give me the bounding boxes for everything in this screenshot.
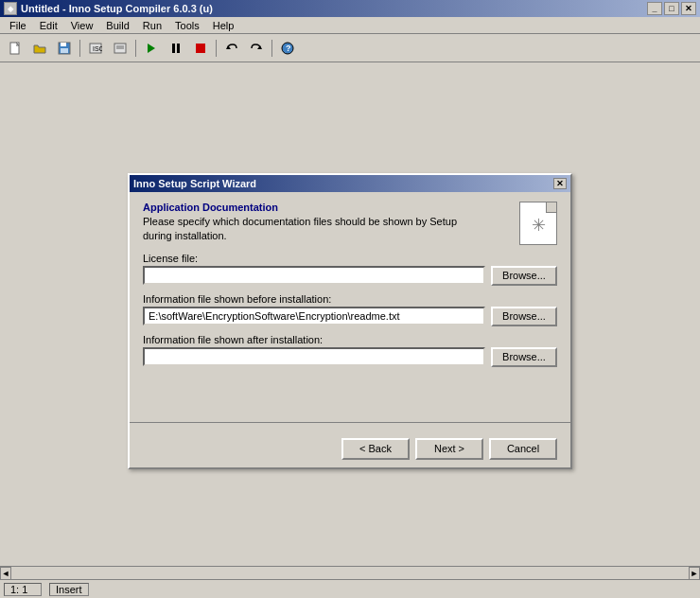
before-input[interactable] — [143, 307, 485, 325]
section-subtitle: Please specify which documentation files… — [143, 215, 464, 244]
scroll-right-button[interactable]: ► — [689, 567, 700, 580]
menu-build[interactable]: Build — [100, 19, 134, 32]
menu-run[interactable]: Run — [137, 19, 167, 32]
svg-rect-3 — [61, 48, 68, 53]
status-bar: 1: 1 Insert — [0, 579, 700, 598]
toolbar-undo[interactable] — [220, 38, 243, 59]
app-icon: ◈ — [4, 2, 17, 15]
svg-rect-2 — [61, 43, 66, 46]
main-area: Inno Setup Script Wizard ✕ Application D… — [0, 62, 700, 579]
window-controls[interactable]: _ □ ✕ — [647, 2, 696, 15]
next-button[interactable]: Next > — [415, 438, 483, 460]
toolbar-run[interactable] — [140, 38, 163, 59]
section-header: Application Documentation Please specify… — [143, 202, 557, 245]
spacer — [143, 375, 557, 413]
after-row: Browse... — [143, 347, 557, 367]
license-row: Browse... — [143, 266, 557, 286]
toolbar-help[interactable]: ? — [276, 38, 299, 59]
dialog-close-button[interactable]: ✕ — [553, 178, 567, 189]
dialog-title: Inno Setup Script Wizard — [133, 178, 256, 189]
svg-text:ISC: ISC — [93, 45, 102, 52]
window-title: Untitled - Inno Setup Compiler 6.0.3 (u) — [21, 3, 213, 14]
before-label: Information file shown before installati… — [143, 293, 557, 305]
license-label: License file: — [143, 253, 557, 264]
toolbar-sep-2 — [135, 40, 136, 57]
dialog-title-bar: Inno Setup Script Wizard ✕ — [130, 175, 570, 192]
svg-marker-9 — [148, 44, 155, 53]
before-field-group: Information file shown before installati… — [143, 293, 557, 326]
license-field-group: License file: Browse... — [143, 253, 557, 286]
status-position: 1: 1 — [4, 583, 42, 596]
star-icon: ✳ — [532, 215, 546, 236]
before-row: Browse... — [143, 307, 557, 326]
license-browse-button[interactable]: Browse... — [491, 266, 557, 286]
toolbar-new[interactable] — [4, 38, 26, 59]
svg-rect-10 — [172, 44, 175, 53]
toolbar-save[interactable] — [53, 38, 76, 59]
horizontal-scrollbar[interactable] — [11, 567, 689, 580]
dialog-content: Application Documentation Please specify… — [130, 192, 570, 431]
before-browse-button[interactable]: Browse... — [491, 307, 557, 326]
menu-edit[interactable]: Edit — [34, 19, 63, 32]
minimize-button[interactable]: _ — [647, 2, 662, 15]
toolbar-pause[interactable] — [165, 38, 187, 59]
scroll-area: ◄ ► — [0, 566, 700, 579]
svg-rect-11 — [177, 44, 180, 53]
maximize-button[interactable]: □ — [664, 2, 679, 15]
back-button[interactable]: < Back — [341, 438, 410, 460]
close-window-button[interactable]: ✕ — [681, 2, 696, 15]
scroll-left-button[interactable]: ◄ — [0, 567, 11, 580]
toolbar-compile[interactable]: ISC — [84, 38, 107, 59]
svg-text:?: ? — [286, 44, 291, 53]
menu-help[interactable]: Help — [207, 19, 240, 32]
after-label: Information file shown after installatio… — [143, 334, 557, 345]
toolbar-open[interactable] — [28, 38, 51, 59]
section-title: Application Documentation — [143, 202, 464, 213]
toolbar: ISC ? — [0, 34, 700, 62]
license-input[interactable] — [143, 266, 485, 285]
toolbar-icon2[interactable] — [109, 38, 131, 59]
after-input[interactable] — [143, 347, 485, 366]
dialog-divider — [130, 422, 570, 423]
toolbar-redo[interactable] — [245, 38, 268, 59]
svg-rect-12 — [196, 44, 205, 53]
cancel-button[interactable]: Cancel — [489, 438, 557, 460]
toolbar-sep-3 — [216, 40, 217, 57]
menu-view[interactable]: View — [65, 19, 99, 32]
toolbar-stop[interactable] — [189, 38, 212, 59]
title-bar: ◈ Untitled - Inno Setup Compiler 6.0.3 (… — [0, 0, 700, 17]
toolbar-sep-1 — [79, 40, 80, 57]
menu-tools[interactable]: Tools — [169, 19, 205, 32]
after-browse-button[interactable]: Browse... — [491, 347, 557, 367]
status-mode: Insert — [49, 583, 89, 596]
doc-icon: ✳ — [519, 202, 557, 245]
button-bar: < Back Next > Cancel — [130, 431, 570, 467]
menu-file[interactable]: File — [4, 19, 32, 32]
menu-bar: File Edit View Build Run Tools Help — [0, 17, 700, 34]
wizard-dialog: Inno Setup Script Wizard ✕ Application D… — [128, 173, 572, 469]
after-field-group: Information file shown after installatio… — [143, 334, 557, 367]
toolbar-sep-4 — [271, 40, 272, 57]
